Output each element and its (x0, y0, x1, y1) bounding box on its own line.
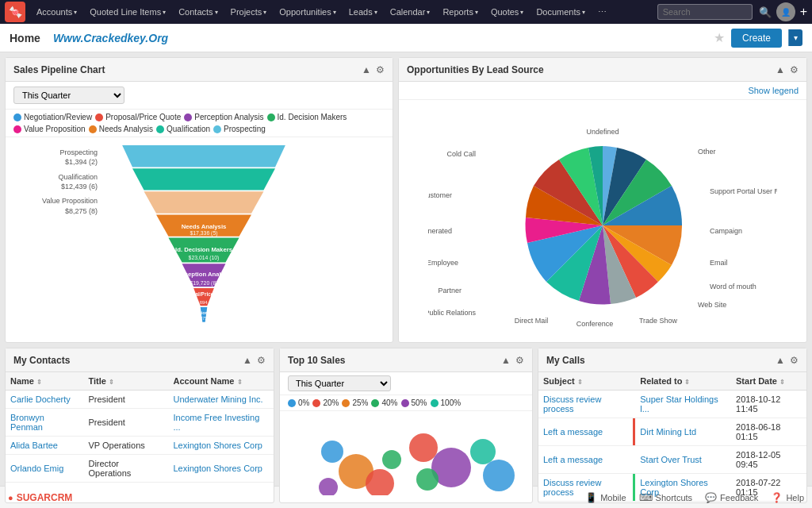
settings-button[interactable]: ⚙ (257, 355, 266, 366)
favorite-icon[interactable]: ★ (714, 30, 725, 45)
contact-name-cell: Carlie Docherty (6, 391, 83, 409)
nav-projects[interactable]: Projects ▾ (226, 4, 272, 20)
table-row: Discuss review process Lexington Shores … (538, 474, 806, 502)
settings-button[interactable]: ⚙ (515, 355, 524, 366)
legend-item: 0% (288, 398, 309, 407)
collapse-button[interactable]: ▲ (776, 355, 785, 366)
contact-title-cell: VP Operations (83, 437, 168, 455)
show-legend-bar: Show legend (399, 82, 806, 100)
show-legend-button[interactable]: Show legend (748, 86, 799, 95)
nav-leads[interactable]: Leads ▾ (344, 4, 382, 20)
chevron-down-icon: ▾ (333, 9, 336, 16)
contact-name-link[interactable]: Carlie Docherty (10, 394, 71, 404)
contact-account-link[interactable]: Lexington Shores Corp (173, 441, 262, 450)
call-related-link[interactable]: Super Star Holdings l... (640, 394, 718, 414)
collapse-button[interactable]: ▲ (362, 64, 371, 75)
call-related-cell: Lexington Shores Corp (635, 474, 731, 502)
sort-icon: ⇕ (109, 379, 114, 386)
title-column-header[interactable]: Title ⇕ (83, 372, 168, 391)
name-column-header[interactable]: Name ⇕ (6, 372, 83, 391)
settings-button[interactable]: ⚙ (790, 355, 799, 366)
top-panels-row: Sales Pipeline Chart ▲ ⚙ This Quarter Ne… (5, 57, 807, 343)
svg-text:Partner: Partner (438, 287, 462, 294)
contact-account-link[interactable]: Income Free Investing ... (173, 413, 259, 432)
settings-button[interactable]: ⚙ (790, 64, 799, 75)
nav-quotes[interactable]: Quotes ▾ (486, 4, 528, 20)
period-select[interactable]: This Quarter (13, 87, 124, 104)
call-related-link[interactable]: Start Over Trust (640, 455, 702, 464)
contact-title-cell: Director Operations (83, 455, 168, 483)
call-subject-cell: Discuss review process (538, 391, 635, 418)
nav-calendar[interactable]: Calendar ▾ (385, 4, 435, 20)
call-related-cell: Start Over Trust (635, 446, 731, 474)
sales-bubble-chart (280, 411, 532, 502)
date-column-header[interactable]: Start Date ⇕ (731, 372, 806, 391)
search-icon[interactable]: 🔍 (759, 6, 772, 18)
call-subject-link[interactable]: Discuss review process (543, 394, 601, 414)
svg-text:Negotiation/Review: Negotiation/Review (183, 310, 224, 315)
create-button[interactable]: Create (731, 29, 782, 48)
search-input[interactable] (657, 4, 753, 20)
bubble (470, 439, 496, 464)
call-related-link[interactable]: Lexington Shores Corp (640, 478, 708, 497)
my-contacts-header: My Contacts ▲ ⚙ (6, 348, 274, 372)
funnel-labels: Prospecting$1,394 (2) Qualification$12,4… (13, 145, 101, 336)
call-date-cell: 2018-10-12 11:45 (731, 391, 806, 418)
app-logo[interactable]: 🍬 (5, 2, 25, 22)
table-row: Left a message Start Over Trust 2018-12-… (538, 446, 806, 474)
related-column-header[interactable]: Related to ⇕ (635, 372, 731, 391)
nav-opportunities[interactable]: Opportunities ▾ (274, 4, 340, 20)
account-column-header[interactable]: Account Name ⇕ (168, 372, 274, 391)
home-bar: Home Www.Crackedkey.Org ★ Create ▾ (0, 24, 812, 52)
nav-documents[interactable]: Documents ▾ (531, 4, 590, 20)
contact-account-cell: Lexington Shores Corp (168, 437, 274, 455)
contact-name-link[interactable]: Alida Bartee (10, 441, 58, 450)
contacts-table-container: Name ⇕ Title ⇕ Account Name ⇕ Carlie Doc… (6, 372, 274, 502)
collapse-button[interactable]: ▲ (776, 64, 785, 75)
collapse-button[interactable]: ▲ (501, 355, 511, 366)
pie-chart-svg: Undefined Other Support Portal User Regi… (428, 110, 777, 333)
call-subject-cell: Left a message (538, 418, 635, 446)
chevron-down-icon: ▾ (374, 9, 377, 16)
nav-quoted-line-items[interactable]: Quoted Line Items ▾ (85, 4, 170, 20)
call-subject-link[interactable]: Left a message (543, 427, 603, 437)
pipeline-chart: Prospecting$1,394 (2) Qualification$12,4… (6, 137, 393, 344)
avatar[interactable]: 👤 (776, 2, 795, 21)
subject-column-header[interactable]: Subject ⇕ (538, 372, 635, 391)
nav-more[interactable]: ⋯ (593, 4, 611, 21)
call-date-cell: 2018-07-22 01:15 (731, 474, 806, 502)
top-sales-title: Top 10 Sales (288, 355, 345, 366)
svg-text:Employee: Employee (428, 259, 458, 267)
contact-account-cell: Lexington Shores Corp (168, 455, 274, 483)
svg-text:Other: Other (698, 148, 716, 156)
pipeline-toolbar: This Quarter (6, 82, 393, 110)
legend-item: Needs Analysis (89, 125, 153, 133)
call-subject-link[interactable]: Discuss review process (543, 478, 601, 497)
contact-name-cell: Orlando Emig (6, 455, 83, 483)
create-dropdown-button[interactable]: ▾ (788, 29, 802, 46)
contact-name-link[interactable]: Bronwyn Penman (10, 413, 44, 432)
add-button[interactable]: + (800, 5, 807, 19)
contact-account-link[interactable]: Lexington Shores Corp (173, 464, 262, 473)
sales-period-select[interactable]: This Quarter (288, 375, 391, 391)
nav-accounts[interactable]: Accounts ▾ (32, 4, 82, 20)
sales-toolbar: This Quarter (280, 372, 532, 395)
call-date-cell: 2018-06-18 01:15 (731, 418, 806, 446)
nav-contacts[interactable]: Contacts ▾ (174, 4, 222, 20)
svg-marker-2 (144, 191, 264, 213)
svg-text:Perception Analysis: Perception Analysis (174, 271, 232, 278)
legend-item: Perception Analysis (184, 113, 263, 121)
table-row: Alida Bartee VP Operations Lexington Sho… (6, 437, 274, 455)
call-related-link[interactable]: Dirt Mining Ltd (640, 427, 696, 437)
bubble (483, 460, 515, 491)
top-sales-panel: Top 10 Sales ▲ ⚙ This Quarter 0% 20% (279, 348, 533, 503)
settings-button[interactable]: ⚙ (376, 64, 385, 75)
nav-reports[interactable]: Reports ▾ (438, 4, 483, 20)
call-subject-link[interactable]: Left a message (543, 455, 603, 464)
contact-account-link[interactable]: Underwater Mining Inc. (173, 394, 262, 404)
legend-item: 100% (431, 398, 462, 407)
sales-legend: 0% 20% 25% 40% 50% (280, 395, 532, 411)
sort-icon: ⇕ (684, 379, 690, 386)
collapse-button[interactable]: ▲ (243, 355, 252, 366)
contact-name-link[interactable]: Orlando Emig (10, 464, 63, 473)
